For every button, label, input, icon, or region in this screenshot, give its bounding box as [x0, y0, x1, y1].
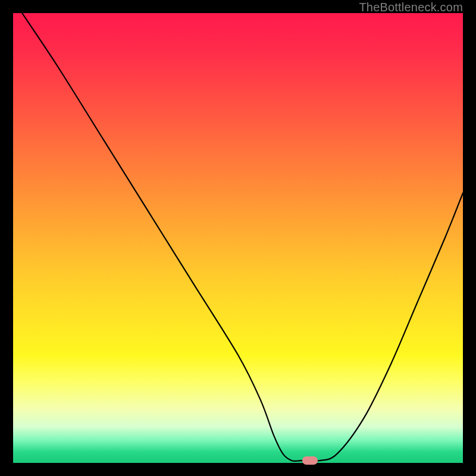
bottleneck-curve [22, 13, 463, 461]
watermark-text: TheBottleneck.com [359, 1, 463, 14]
chart-frame: TheBottleneck.com [0, 0, 476, 476]
optimum-marker [302, 456, 318, 465]
curve-svg [13, 13, 463, 463]
plot-area [13, 13, 463, 463]
